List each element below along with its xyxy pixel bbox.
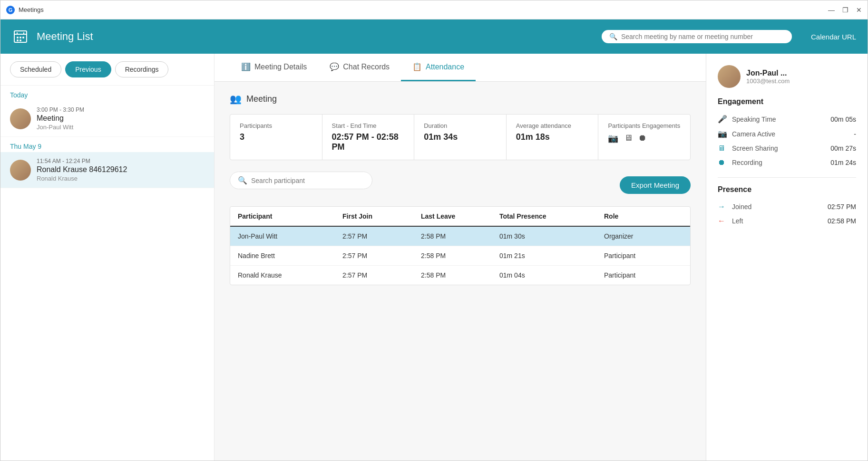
joined-value: 02:57 PM — [828, 203, 856, 211]
detail-tabs: ℹ️ Meeting Details 💬 Chat Records 📋 Atte… — [215, 54, 706, 82]
stat-duration-label: Duration — [424, 122, 497, 129]
search-icon: 🔍 — [609, 33, 617, 40]
left-icon: ← — [718, 217, 727, 225]
sidebar: Scheduled Previous Recordings Today 3:00… — [0, 54, 215, 461]
svg-point-4 — [17, 37, 19, 38]
section-thu-may-9: Thu May 9 — [0, 137, 214, 152]
tab-meeting-details-label: Meeting Details — [254, 63, 307, 71]
td-last-leave: 2:58 PM — [421, 252, 499, 259]
tab-attendance[interactable]: 📋 Attendance — [401, 54, 476, 81]
meeting-name: Ronald Krause 846129612 — [37, 165, 205, 174]
meeting-organizer: Jon-Paul Witt — [37, 124, 205, 131]
participant-header: Jon-Paul ... 1003@test.com — [718, 65, 856, 88]
td-participant: Jon-Paul Witt — [238, 232, 342, 240]
speaking-icon: 🎤 — [718, 115, 727, 124]
attendance-icon: 📋 — [412, 62, 422, 71]
detail-body: 👥 Meeting Participants 3 Start - End Tim… — [215, 82, 706, 461]
stat-participants-value: 3 — [240, 132, 312, 142]
camera-icon: 📷 — [608, 133, 618, 144]
minimize-button[interactable]: — — [828, 6, 835, 14]
recording-icon: ⏺ — [638, 133, 647, 144]
tab-scheduled[interactable]: Scheduled — [10, 61, 61, 77]
left-value: 02:58 PM — [828, 217, 856, 225]
meeting-time: 11:54 AM - 12:24 PM — [37, 158, 205, 164]
maximize-button[interactable]: ❐ — [842, 6, 848, 14]
list-item[interactable]: 11:54 AM - 12:24 PM Ronald Krause 846129… — [0, 152, 214, 188]
svg-point-7 — [17, 39, 19, 41]
recording-value: 01m 24s — [830, 159, 856, 166]
header-title: Meeting List — [37, 30, 594, 43]
participants-table: Participant First Join Last Leave Total … — [230, 206, 691, 285]
td-total-presence: 01m 21s — [499, 252, 604, 259]
stat-participants: Participants 3 — [230, 115, 322, 160]
meeting-organizer: Ronald Krause — [37, 175, 205, 182]
app-icon: G — [6, 6, 15, 14]
speaking-value: 00m 05s — [830, 115, 856, 123]
tab-recordings[interactable]: Recordings — [115, 61, 169, 77]
engagement-row-camera: 📷 Camera Active - — [718, 126, 856, 141]
td-participant: Ronald Krause — [238, 271, 342, 279]
list-item[interactable]: 3:00 PM - 3:30 PM Meeting Jon-Paul Witt — [0, 101, 214, 137]
close-button[interactable]: ✕ — [856, 6, 862, 14]
titlebar-title: Meetings — [19, 6, 824, 13]
chat-icon: 💬 — [330, 62, 339, 71]
stat-duration: Duration 01m 34s — [414, 115, 507, 160]
stat-avg-attendance: Average attendance 01m 18s — [507, 115, 599, 160]
engagement-icons: 📷 🖥 ⏺ — [608, 133, 681, 144]
main-content: Scheduled Previous Recordings Today 3:00… — [0, 54, 868, 461]
recording-label: Recording — [732, 159, 826, 166]
td-first-join: 2:57 PM — [342, 232, 421, 240]
window-controls: — ❐ ✕ — [828, 6, 862, 14]
table-row[interactable]: Nadine Brett 2:57 PM 2:58 PM 01m 21s Par… — [230, 246, 690, 266]
tab-meeting-details[interactable]: ℹ️ Meeting Details — [230, 54, 318, 81]
screen-sharing-icon: 🖥 — [718, 144, 727, 153]
td-first-join: 2:57 PM — [342, 271, 421, 279]
participant-email: 1003@test.com — [746, 77, 790, 85]
th-participant: Participant — [238, 212, 342, 220]
presence-row-joined: → Joined 02:57 PM — [718, 200, 856, 214]
search-bar[interactable]: 🔍 — [602, 30, 792, 43]
engagement-title: Engagement — [718, 97, 856, 106]
stat-participants-label: Participants — [240, 122, 312, 129]
calendar-url-button[interactable]: Calendar URL — [811, 33, 856, 41]
svg-rect-3 — [23, 32, 24, 35]
td-total-presence: 01m 30s — [499, 232, 604, 240]
meeting-info: 3:00 PM - 3:30 PM Meeting Jon-Paul Witt — [37, 106, 205, 131]
left-label: Left — [732, 217, 823, 225]
search-participant-bar[interactable]: 🔍 — [230, 172, 372, 189]
info-icon: ℹ️ — [241, 62, 251, 71]
td-participant: Nadine Brett — [238, 252, 342, 259]
tab-attendance-label: Attendance — [426, 63, 464, 71]
joined-icon: → — [718, 202, 727, 211]
search-export-row: 🔍 Export Meeting — [230, 172, 691, 199]
meeting-time: 3:00 PM - 3:30 PM — [37, 106, 205, 113]
screen-label: Screen Sharing — [732, 144, 826, 152]
people-icon: 👥 — [230, 93, 242, 105]
table-row[interactable]: Ronald Krause 2:57 PM 2:58 PM 01m 04s Pa… — [230, 266, 690, 285]
search-participant-input[interactable] — [251, 177, 364, 184]
titlebar: G Meetings — ❐ ✕ — [0, 0, 868, 19]
search-input[interactable] — [621, 33, 784, 40]
export-meeting-button[interactable]: Export Meeting — [620, 176, 691, 194]
presence-row-left: ← Left 02:58 PM — [718, 214, 856, 228]
presence-title: Presence — [718, 185, 856, 194]
divider — [718, 177, 856, 178]
screen-value: 00m 27s — [830, 144, 856, 152]
camera-label: Camera Active — [732, 130, 849, 138]
participant-name: Jon-Paul ... — [746, 69, 790, 77]
tab-previous[interactable]: Previous — [65, 61, 111, 77]
engagement-row-screen: 🖥 Screen Sharing 00m 27s — [718, 141, 856, 155]
stat-time: Start - End Time 02:57 PM - 02:58 PM — [322, 115, 415, 160]
svg-rect-2 — [17, 32, 18, 35]
avatar — [10, 160, 31, 181]
stats-row: Participants 3 Start - End Time 02:57 PM… — [230, 114, 691, 160]
participant-identity: Jon-Paul ... 1003@test.com — [746, 69, 790, 85]
sidebar-meeting-list: Today 3:00 PM - 3:30 PM Meeting Jon-Paul… — [0, 86, 214, 461]
svg-point-8 — [20, 39, 21, 41]
sidebar-tabs: Scheduled Previous Recordings — [0, 54, 214, 86]
screen-share-icon: 🖥 — [624, 133, 633, 144]
tab-chat-records[interactable]: 💬 Chat Records — [318, 54, 401, 81]
th-role: Role — [604, 212, 683, 220]
table-row[interactable]: Jon-Paul Witt 2:57 PM 2:58 PM 01m 30s Or… — [230, 227, 690, 246]
camera-value: - — [854, 130, 856, 138]
